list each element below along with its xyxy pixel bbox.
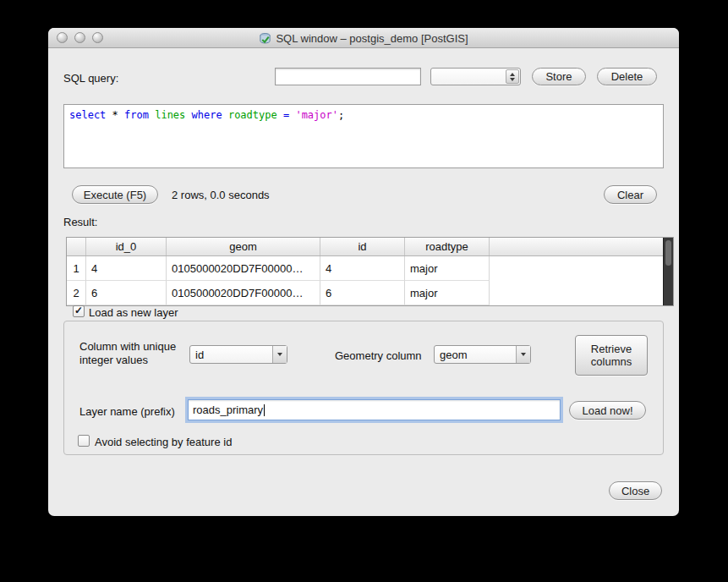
avoid-selecting-checkbox[interactable] — [78, 435, 90, 447]
result-table-header: id_0geomidroadtype — [67, 238, 673, 256]
zoom-window-button[interactable] — [92, 32, 103, 43]
sql-query-label: SQL query: — [63, 72, 118, 85]
result-table-body: 140105000020DD7F00000…4major260105000020… — [67, 256, 673, 305]
layer-name-input[interactable]: roads_primary — [188, 399, 561, 420]
minimize-window-button[interactable] — [74, 32, 85, 43]
result-cell[interactable]: 6 — [86, 281, 167, 305]
query-name-input[interactable] — [275, 68, 421, 85]
delete-button[interactable]: Delete — [597, 68, 657, 85]
sql-token-pl: * — [106, 109, 124, 121]
unique-column-value: id — [190, 349, 272, 361]
result-cell[interactable]: 0105000020DD7F00000… — [167, 281, 320, 305]
table-row[interactable]: 260105000020DD7F00000…6major — [67, 281, 673, 305]
scrollbar-thumb[interactable] — [665, 240, 671, 266]
unique-column-label-line1: Column with unique — [79, 340, 176, 353]
sql-token-pl — [222, 109, 228, 121]
sql-token-id: roadtype — [228, 109, 277, 121]
text-caret — [264, 404, 265, 416]
unique-column-combo[interactable]: id — [189, 345, 287, 364]
window-title: SQL window – postgis_demo [PostGIS] — [276, 32, 468, 45]
chevron-down-icon — [516, 346, 530, 363]
sql-window: SQL window – postgis_demo [PostGIS] SQL … — [48, 28, 679, 516]
table-scrollbar[interactable] — [663, 238, 673, 305]
titlebar[interactable]: SQL window – postgis_demo [PostGIS] — [48, 28, 679, 48]
unique-column-label-line2: integer values — [79, 354, 148, 366]
geometry-column-combo[interactable]: geom — [434, 345, 531, 364]
clear-button[interactable]: Clear — [604, 185, 657, 204]
geometry-column-label: Geometry column — [335, 349, 422, 362]
close-window-button[interactable] — [57, 32, 68, 43]
table-row[interactable]: 140105000020DD7F00000…4major — [67, 256, 673, 281]
geometry-column-value: geom — [435, 349, 516, 361]
result-cell[interactable]: 4 — [86, 256, 167, 281]
sql-token-kw: select — [69, 109, 106, 121]
layer-name-value: roads_primary — [193, 404, 263, 416]
sql-code: select * from lines where roadtype = 'ma… — [69, 109, 658, 121]
sql-token-pl: ; — [338, 109, 344, 121]
sql-token-pl — [277, 109, 283, 121]
column-header-id_0[interactable]: id_0 — [86, 238, 167, 255]
result-cell[interactable]: 0105000020DD7F00000… — [167, 256, 320, 281]
result-label: Result: — [63, 216, 97, 228]
sql-editor[interactable]: select * from lines where roadtype = 'ma… — [63, 104, 664, 168]
execute-button[interactable]: Execute (F5) — [72, 185, 158, 204]
stepper-updown-icon — [506, 69, 519, 84]
stored-query-combo[interactable] — [430, 68, 521, 85]
sql-token-str: 'major' — [295, 109, 338, 121]
load-as-new-layer-checkbox[interactable]: ✓ — [73, 305, 85, 317]
traffic-lights — [57, 32, 103, 43]
sql-token-kw: from — [124, 109, 149, 121]
sql-token-id: lines — [155, 109, 185, 121]
retrieve-columns-button[interactable]: Retrieve columns — [575, 335, 648, 376]
checkmark-icon: ✓ — [74, 305, 83, 316]
result-cell[interactable]: 6 — [320, 281, 405, 305]
row-number: 1 — [67, 256, 86, 281]
row-number: 2 — [67, 281, 86, 305]
query-status-text: 2 rows, 0.0 seconds — [172, 189, 270, 201]
sql-token-kw: where — [192, 109, 222, 121]
chevron-down-icon — [272, 346, 287, 363]
load-options-group: Column with unique integer values id Geo… — [63, 321, 664, 455]
load-as-new-layer-label: Load as new layer — [89, 306, 178, 319]
result-cell[interactable]: major — [405, 281, 490, 305]
header-corner[interactable] — [67, 238, 86, 255]
load-now-button[interactable]: Load now! — [569, 401, 646, 420]
result-cell[interactable]: major — [405, 256, 490, 281]
result-table: id_0geomidroadtype 140105000020DD7F00000… — [66, 237, 674, 306]
avoid-selecting-label: Avoid selecting by feature id — [95, 436, 232, 448]
sql-token-pl — [185, 109, 191, 121]
close-button[interactable]: Close — [609, 481, 662, 500]
result-cell[interactable]: 4 — [320, 256, 405, 281]
column-header-id[interactable]: id — [320, 238, 405, 255]
column-header-geom[interactable]: geom — [167, 238, 320, 255]
store-button[interactable]: Store — [532, 68, 586, 85]
window-title-area: SQL window – postgis_demo [PostGIS] — [48, 28, 679, 48]
column-header-roadtype[interactable]: roadtype — [405, 238, 490, 255]
sql-window-icon — [259, 32, 271, 45]
layer-name-label: Layer name (prefix) — [79, 405, 175, 418]
